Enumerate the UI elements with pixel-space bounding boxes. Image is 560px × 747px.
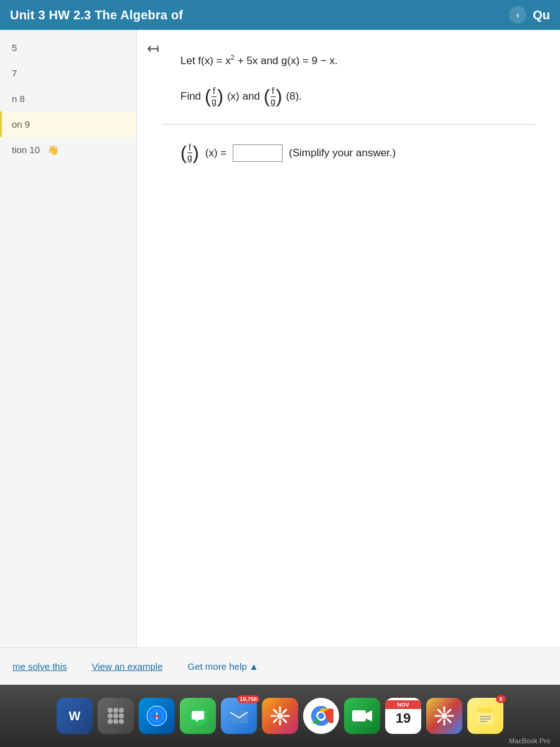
dock-launchpad[interactable] [98,698,134,734]
find-label: Find [180,90,201,103]
back-button[interactable]: ↤ [147,40,159,57]
divider [162,124,535,125]
svg-point-30 [441,713,447,719]
dock-messages[interactable] [180,698,216,734]
dock-safari[interactable] [139,698,175,734]
svg-marker-29 [366,710,372,721]
dock-calendar[interactable]: NOV 19 [385,698,421,734]
get-more-help-button[interactable]: Get more help ▲ [188,661,259,672]
dock-notes[interactable]: 5 [467,698,503,734]
me-solve-button[interactable]: me solve this [12,661,67,672]
svg-point-15 [277,713,283,719]
caret-up-icon: ▲ [250,661,259,672]
sidebar-item-tion10[interactable]: tion 10 👋 [0,137,136,163]
header-bar: Unit 3 HW 2.3 The Algebra of ‹ Qu [0,0,560,30]
calendar-month: NOV [385,700,421,709]
svg-rect-14 [230,711,248,723]
find-x-label: (x) and [227,90,260,103]
macbook-label: MacBook Pro [509,737,550,745]
svg-line-38 [438,719,441,722]
dock-facetime[interactable] [344,698,380,734]
svg-point-6 [108,719,113,724]
svg-point-8 [119,719,124,724]
find-eval-label: (8). [286,90,302,103]
answer-row: ( f g ) (x) = (Simplify your answer.) [180,143,535,163]
sidebar: 5 7 n 8 on 9 tion 10 👋 [0,30,137,685]
sidebar-item-on9[interactable]: on 9 [0,111,136,137]
back-chevron[interactable]: ‹ [509,6,526,24]
simplify-hint: (Simplify your answer.) [289,147,396,159]
svg-point-27 [318,713,324,719]
svg-point-0 [108,708,113,713]
header-right: ‹ Qu [509,6,550,24]
svg-rect-28 [352,710,366,721]
svg-point-4 [113,713,118,718]
hand-icon: 👋 [47,144,59,155]
find-line: Find ( f g ) (x) and ( f g ) (8). [180,87,535,106]
svg-line-35 [438,710,441,713]
notes-badge: 5 [496,695,506,703]
svg-point-2 [119,708,124,713]
content-area: ↤ Let f(x) = x2 + 5x and g(x) = 9 − x. F… [137,30,560,685]
svg-line-22 [283,710,286,713]
answer-frac: ( f g ) [180,143,199,163]
svg-line-37 [447,710,450,713]
dock-bar: W 19,758 [0,685,560,747]
mail-badge: 19,758 [237,695,259,703]
svg-line-36 [447,719,450,722]
header-right-label: Qu [533,8,550,22]
dock-mail[interactable]: 19,758 [221,698,257,734]
dock-word[interactable]: W [57,698,93,734]
svg-point-1 [113,708,118,713]
calendar-day: 19 [396,710,411,726]
header-title: Unit 3 HW 2.3 The Algebra of [10,8,183,22]
answer-input[interactable] [233,144,282,162]
answer-x-equals: (x) = [205,147,226,159]
sidebar-item-n8[interactable]: n 8 [0,86,136,111]
sidebar-item-7[interactable]: 7 [0,60,136,86]
svg-line-20 [274,710,277,713]
svg-line-23 [274,719,277,722]
svg-point-7 [113,719,118,724]
dock-photos2[interactable] [426,698,462,734]
action-bar: me solve this View an example Get more h… [0,647,560,685]
dock-photos[interactable] [262,698,298,734]
svg-point-5 [119,713,124,718]
main-layout: 5 7 n 8 on 9 tion 10 👋 ↤ Let f(x) = x2 +… [0,30,560,685]
problem-statement: Let f(x) = x2 + 5x and g(x) = 9 − x. [180,52,535,69]
find-frac1: ( f g ) [205,87,223,106]
svg-rect-40 [477,708,493,713]
view-example-button[interactable]: View an example [92,661,163,672]
dock-chrome[interactable] [303,698,339,734]
sidebar-item-5[interactable]: 5 [0,35,136,60]
svg-point-3 [108,713,113,718]
find-frac2: ( f g ) [264,87,282,106]
svg-line-21 [283,719,286,722]
